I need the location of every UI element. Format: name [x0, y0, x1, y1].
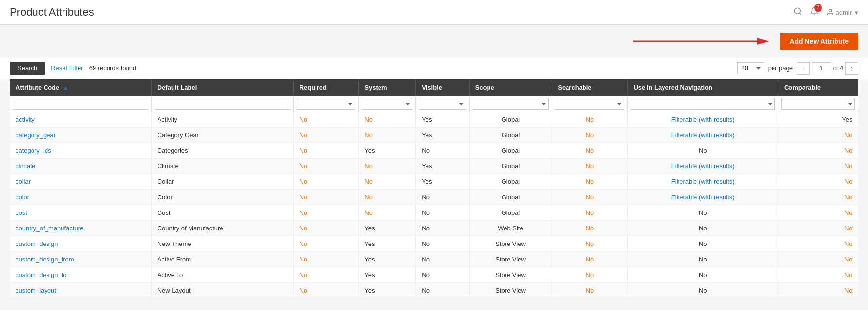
cell-attribute-code[interactable]: category_gear	[10, 128, 151, 143]
cell-attribute-code[interactable]: custom_design	[10, 236, 151, 252]
col-layered-nav[interactable]: Use in Layered Navigation	[628, 79, 778, 96]
col-required[interactable]: Required	[293, 79, 359, 96]
notification-icon[interactable]: 7	[810, 7, 819, 18]
admin-dropdown-icon: ▾	[855, 9, 858, 16]
col-scope[interactable]: Scope	[469, 79, 552, 96]
cell-default-label: Activity	[151, 112, 293, 128]
cell-comparable: No	[778, 205, 858, 221]
cell-comparable: No	[778, 128, 858, 143]
cell-scope: Store View	[469, 267, 552, 283]
table-row: activity Activity No No Yes Global No Fi…	[10, 112, 858, 128]
filter-searchable[interactable]: YesNo	[555, 98, 624, 110]
table-row: climate Climate No No Yes Global No Filt…	[10, 159, 858, 174]
cell-default-label: Climate	[151, 159, 293, 174]
search-icon[interactable]	[793, 7, 802, 18]
page-input[interactable]	[812, 62, 831, 74]
cell-system: No	[359, 174, 416, 190]
table-container: Attribute Code ▲ Default Label Required …	[0, 79, 868, 308]
cell-default-label: Collar	[151, 174, 293, 190]
cell-attribute-code[interactable]: category_ids	[10, 143, 151, 159]
cell-layered-nav: No	[628, 267, 778, 283]
table-row: custom_design_from Active From No Yes No…	[10, 252, 858, 267]
next-page-button[interactable]: ›	[845, 62, 858, 75]
cell-comparable: No	[778, 174, 858, 190]
cell-attribute-code[interactable]: custom_design_to	[10, 267, 151, 283]
cell-comparable: No	[778, 221, 858, 236]
per-page-select[interactable]: 20 30 50 100 200	[737, 62, 764, 74]
filter-comparable[interactable]: YesNo	[781, 98, 855, 110]
col-system[interactable]: System	[359, 79, 416, 96]
col-default-label[interactable]: Default Label	[151, 79, 293, 96]
filter-visible[interactable]: YesNo	[419, 98, 466, 110]
cell-layered-nav: Filterable (with results)	[628, 128, 778, 143]
cell-visible: No	[416, 236, 469, 252]
filter-required[interactable]: YesNo	[297, 98, 356, 110]
cell-searchable: No	[552, 236, 628, 252]
search-button[interactable]: Search	[10, 62, 45, 75]
cell-required: No	[293, 159, 359, 174]
cell-comparable: No	[778, 190, 858, 205]
cell-system: Yes	[359, 283, 416, 298]
cell-visible: Yes	[416, 128, 469, 143]
cell-attribute-code[interactable]: custom_design_from	[10, 252, 151, 267]
cell-required: No	[293, 190, 359, 205]
cell-layered-nav: No	[628, 252, 778, 267]
table-row: category_ids Categories No Yes No Global…	[10, 143, 858, 159]
table-row: custom_layout New Layout No Yes No Store…	[10, 283, 858, 298]
admin-label: admin	[836, 9, 853, 16]
col-visible[interactable]: Visible	[416, 79, 469, 96]
cell-system: Yes	[359, 267, 416, 283]
cell-layered-nav: Filterable (with results)	[628, 190, 778, 205]
cell-attribute-code[interactable]: custom_layout	[10, 283, 151, 298]
cell-attribute-code[interactable]: country_of_manufacture	[10, 221, 151, 236]
prev-page-button[interactable]: ‹	[797, 62, 810, 75]
cell-required: No	[293, 205, 359, 221]
cell-default-label: Category Gear	[151, 128, 293, 143]
cell-visible: No	[416, 205, 469, 221]
cell-system: No	[359, 190, 416, 205]
cell-required: No	[293, 128, 359, 143]
cell-comparable: No	[778, 159, 858, 174]
cell-searchable: No	[552, 112, 628, 128]
cell-system: No	[359, 159, 416, 174]
filter-system[interactable]: YesNo	[362, 98, 412, 110]
filter-layered-nav[interactable]: NoFilterable (with results)Filterable (n…	[631, 98, 775, 110]
cell-system: No	[359, 112, 416, 128]
toolbar: Search Reset Filter 69 records found 20 …	[0, 58, 868, 79]
filter-scope[interactable]: GlobalWeb SiteStore View	[473, 98, 549, 110]
cell-searchable: No	[552, 174, 628, 190]
cell-default-label: Cost	[151, 205, 293, 221]
cell-layered-nav: No	[628, 205, 778, 221]
cell-visible: Yes	[416, 174, 469, 190]
table-body: activity Activity No No Yes Global No Fi…	[10, 112, 858, 298]
cell-scope: Global	[469, 128, 552, 143]
filter-default-label[interactable]	[155, 98, 290, 110]
cell-default-label: New Layout	[151, 283, 293, 298]
cell-attribute-code[interactable]: cost	[10, 205, 151, 221]
cell-default-label: Active From	[151, 252, 293, 267]
add-new-attribute-button[interactable]: Add New Attribute	[780, 33, 858, 50]
cell-required: No	[293, 143, 359, 159]
records-count: 69 records found	[89, 65, 137, 72]
cell-system: Yes	[359, 143, 416, 159]
cell-attribute-code[interactable]: climate	[10, 159, 151, 174]
cell-attribute-code[interactable]: collar	[10, 174, 151, 190]
page-total: of 4	[833, 65, 844, 72]
cell-comparable: No	[778, 143, 858, 159]
cell-default-label: New Theme	[151, 236, 293, 252]
cell-attribute-code[interactable]: activity	[10, 112, 151, 128]
action-bar: Add New Attribute	[0, 25, 868, 58]
cell-required: No	[293, 283, 359, 298]
cell-visible: No	[416, 190, 469, 205]
cell-layered-nav: Filterable (with results)	[628, 112, 778, 128]
table-row: color Color No No No Global No Filterabl…	[10, 190, 858, 205]
table-row: country_of_manufacture Country of Manufa…	[10, 221, 858, 236]
cell-attribute-code[interactable]: color	[10, 190, 151, 205]
cell-layered-nav: No	[628, 283, 778, 298]
col-comparable[interactable]: Comparable	[778, 79, 858, 96]
reset-filter-link[interactable]: Reset Filter	[51, 65, 83, 72]
col-attribute-code[interactable]: Attribute Code ▲	[10, 79, 151, 96]
admin-user-menu[interactable]: admin ▾	[826, 8, 858, 16]
filter-attribute-code[interactable]	[13, 98, 148, 110]
col-searchable[interactable]: Searchable	[552, 79, 628, 96]
